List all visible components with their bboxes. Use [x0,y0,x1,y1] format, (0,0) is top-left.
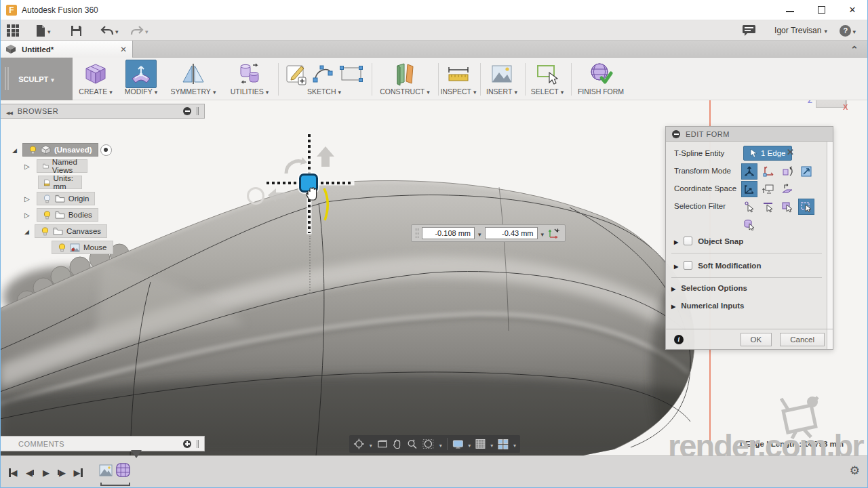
clear-selection-icon[interactable] [787,147,794,157]
browser-panel-header[interactable]: BROWSER [0,104,205,119]
mouse-canvas-chip[interactable]: Mouse [52,241,113,254]
tree-row-named-views[interactable]: Named Views [24,159,87,174]
selected-edge-highlight[interactable] [321,187,332,222]
filter-body-button[interactable] [798,199,814,215]
info-icon[interactable] [674,335,684,344]
viewports-caret-icon[interactable] [513,438,516,450]
document-tab[interactable]: Untitled* [0,41,133,58]
ribbon-group-finish-form[interactable]: FINISH FORM [572,58,629,100]
offset-y-caret-icon[interactable] [541,227,545,239]
zoom-icon[interactable] [407,439,418,450]
grid-settings-icon[interactable] [475,439,486,449]
display-caret-icon[interactable] [468,438,471,450]
timeline-playhead[interactable] [131,458,146,470]
browser-resize-grip[interactable] [197,107,199,115]
tree-row-root[interactable]: (Unsaved) [12,142,112,157]
viewport-3d[interactable]: RIGHT Y Z X BROWSER (Unsaved) [0,100,868,455]
transform-scale-button[interactable] [798,163,814,180]
tab-close-icon[interactable] [120,45,127,54]
orbit-caret-icon[interactable] [370,438,372,450]
undo-button[interactable] [100,24,119,37]
timeline-play-button[interactable] [39,466,54,479]
comments-bar[interactable]: COMMENTS [0,436,205,451]
tree-row-canvases[interactable]: Canvases [24,224,107,239]
activate-component-radio[interactable] [100,144,112,156]
edit-form-header[interactable]: EDIT FORM [666,127,833,142]
root-chip[interactable]: (Unsaved) [22,143,98,157]
fit-caret-icon[interactable] [439,438,442,450]
numerical-inputs-expander-icon[interactable] [671,302,675,310]
expander-open-icon[interactable] [24,227,29,235]
help-menu[interactable] [840,24,856,37]
app-grid-button[interactable] [7,24,19,37]
coord-local-button[interactable] [779,181,795,197]
canvases-chip[interactable]: Canvases [35,224,107,238]
redo-button[interactable] [130,24,149,37]
user-menu[interactable]: Igor Trevisan [774,20,827,41]
browser-minimize-icon[interactable] [183,107,191,115]
units-chip[interactable]: Units: mm [38,176,82,189]
tree-row-bodies[interactable]: Bodies [24,207,98,222]
tree-row-units[interactable]: Units: mm [38,175,82,190]
bodies-chip[interactable]: Bodies [37,208,98,222]
grid-caret-icon[interactable] [490,438,493,450]
timeline-form-feature[interactable] [115,462,131,481]
browser-collapse-icon[interactable] [6,105,12,117]
ok-button[interactable]: OK [741,333,772,346]
timeline-step-back-button[interactable] [22,466,37,479]
bulb-on-icon[interactable] [43,211,52,220]
filter-edge-button[interactable] [760,199,776,215]
selection-options-expander-icon[interactable] [671,284,675,292]
expander-open-icon[interactable] [12,146,17,154]
selection-options-row[interactable]: Selection Options [671,284,747,292]
cancel-button[interactable]: Cancel [780,333,825,346]
timeline-settings-gear-icon[interactable] [850,464,860,478]
coord-view-button[interactable] [760,181,776,197]
object-snap-expander-icon[interactable] [674,237,678,245]
ribbon-group-sketch[interactable]: SKETCH [279,58,369,100]
job-status-button[interactable] [742,24,756,39]
ribbon-group-inspect[interactable]: INSPECT [439,58,477,100]
ribbon-group-utilities[interactable]: UTILITIES [224,58,275,100]
named-views-chip[interactable]: Named Views [37,159,87,173]
expander-closed-icon[interactable] [24,195,30,203]
bulb-off-icon[interactable] [43,195,52,203]
bulb-on-icon[interactable] [58,243,66,252]
close-button[interactable] [838,0,867,20]
origin-chip[interactable]: Origin [37,192,96,205]
soft-modification-expander-icon[interactable] [674,262,678,270]
timeline-go-start-button[interactable] [5,466,20,479]
ribbon-group-create[interactable]: CREATE [75,58,117,100]
timeline-canvas-feature[interactable] [99,464,113,480]
timeline-step-forward-button[interactable] [54,466,69,479]
transform-translate-button[interactable] [741,163,757,180]
offset-x-input[interactable] [422,227,475,239]
rotate-handle-ghost[interactable] [247,187,264,205]
move-axes-icon[interactable] [547,226,561,240]
ribbon-group-construct[interactable]: CONSTRUCT [373,58,437,100]
transform-axis-button[interactable] [760,163,776,180]
ribbon-group-symmetry[interactable]: SYMMETRY [165,58,221,100]
object-snap-checkbox[interactable] [684,237,692,245]
minimize-button[interactable] [776,0,804,20]
viewports-icon[interactable] [498,439,509,449]
fit-icon[interactable] [422,439,435,450]
tree-row-origin[interactable]: Origin [24,191,95,206]
collapse-ribbon-chevron[interactable] [850,43,861,54]
toolbar-grip[interactable] [416,228,418,238]
add-comment-icon[interactable] [183,440,191,448]
file-menu-button[interactable] [35,24,51,37]
offset-y-input[interactable] [485,227,538,239]
filter-face-button[interactable] [779,199,795,215]
soft-modification-row[interactable]: Soft Modification [674,261,761,270]
comments-resize-grip[interactable] [197,440,199,448]
coord-world-button[interactable] [741,181,757,197]
filter-vertex-button[interactable] [741,199,757,215]
filter-tspline-body-button[interactable] [741,216,757,232]
pan-hand-icon[interactable] [392,439,402,450]
maximize-button[interactable] [807,0,835,20]
ribbon-group-modify[interactable]: MODIFY [121,58,161,100]
bulb-on-icon[interactable] [41,227,50,236]
object-snap-row[interactable]: Object Snap [674,237,743,245]
timeline-go-end-button[interactable] [71,466,85,479]
